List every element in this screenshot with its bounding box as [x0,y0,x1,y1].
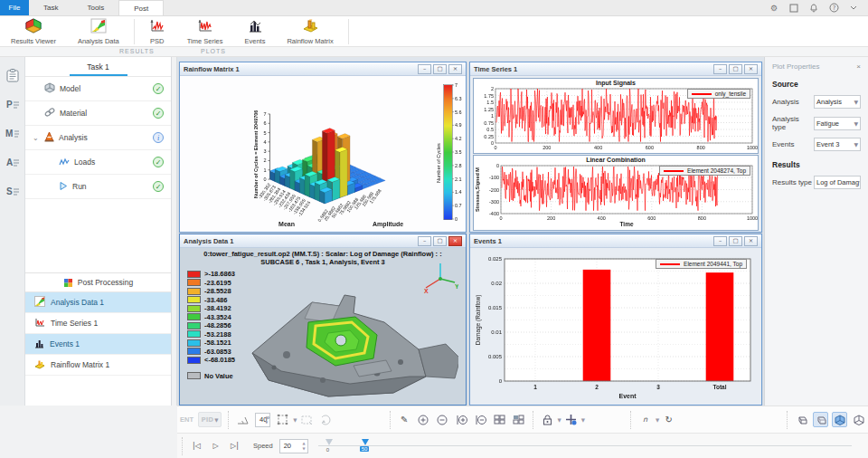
help-icon[interactable]: ? [828,3,839,14]
minimize-icon[interactable]: – [418,236,431,246]
entity-mode-button[interactable]: ENT [180,415,193,424]
pp-item-rainflow-matrix[interactable]: Rainflow Matrix 1 [25,355,171,376]
note-count-button[interactable]: n [637,412,653,427]
play-icon[interactable]: ▷ [208,438,223,453]
sidebar-item-loads[interactable]: Loads✓ [25,150,171,175]
close-icon[interactable]: × [744,236,758,246]
dropdown-arrow-icon[interactable]: ▼ [293,417,297,423]
model-viewport[interactable]: 0:tower_fatigue_result.op2 (MM.T.S) : Sc… [180,248,466,405]
ribbon-rainflow-matrix-button[interactable]: Rainflow Matrix [276,16,344,46]
strip-a-list-button[interactable]: A [0,151,25,173]
settings-gear-icon[interactable]: ⚙ [769,3,779,14]
results-viewer-icon [24,18,42,35]
refresh-rotate-icon[interactable]: ↻ [661,412,676,427]
chevron-down-icon[interactable] [848,3,859,14]
sidebar-item-run[interactable]: Run✓ [25,175,171,199]
zoom-out-icon[interactable] [435,412,450,427]
restore-icon[interactable]: ▢ [433,236,447,246]
post-processing-icon [63,278,73,288]
zoom-in-icon[interactable] [416,412,431,427]
restore-icon[interactable]: ▢ [433,64,447,74]
plain-cube-icon[interactable] [851,412,866,427]
minimize-icon[interactable]: – [713,236,727,246]
ribbon-time-series-button[interactable]: Time Series [176,16,234,46]
time-series-titlebar[interactable]: Time Series 1 – ▢ × [470,62,761,76]
analysis-type-dropdown[interactable]: Fatigue▼ [814,117,861,130]
dropdown-arrow-icon[interactable]: ▼ [656,417,659,423]
lasso-select-icon[interactable] [299,412,315,427]
timeline-current-marker[interactable] [362,439,369,445]
menu-tab-tools[interactable]: Tools [72,0,118,15]
wireframe-cube-icon[interactable] [794,412,809,427]
close-icon[interactable]: × [448,64,462,74]
contour-value: >-18.6863 [204,270,235,278]
pp-item-time-series[interactable]: Time Series 1 [25,313,171,334]
no-value-row: No Value [187,372,235,380]
tab-task-1[interactable]: Task 1 [25,57,171,77]
menu-tab-post[interactable]: Post [118,0,164,15]
pp-item-analysis-data[interactable]: Analysis Data 1 [25,292,171,313]
strip-p-list-button[interactable]: P [0,93,25,115]
skip-end-icon[interactable]: ▷| [227,438,242,453]
minimize-icon[interactable]: – [713,64,727,74]
ribbon-results-viewer-button[interactable]: Results Viewer [0,16,67,46]
close-icon[interactable]: × [448,236,462,246]
add-plot-icon[interactable] [454,412,469,427]
contour-legend-row: >-18.6863 [187,270,235,279]
dropdown-value: Fatigue [816,119,839,128]
fit-selection-icon[interactable] [275,412,290,427]
post-processing-header[interactable]: Post Processing [25,272,171,292]
layout-grid-icon[interactable] [492,412,507,427]
task-tree: Model✓Material✓⌄AnalysisiLoads✓Run✓ [25,77,171,199]
events-bar-chart[interactable] [472,250,760,403]
ribbon-events-button[interactable]: Events [233,16,276,46]
events-dropdown[interactable]: Event 3▼ [814,138,861,151]
contour-legend-row: -63.0853 [187,348,235,357]
rainflow-3d-chart[interactable] [180,76,466,232]
ribbon-psd-button[interactable]: PSD [138,16,176,46]
ribbon-group-labels: RESULTS PLOTS [0,47,868,57]
analysis-data-titlebar[interactable]: Analysis Data 1 – ▢ × [180,234,466,248]
strip-tasks-clipboard-button[interactable] [0,64,25,86]
speed-input[interactable]: 20▲▼ [279,439,308,453]
skip-start-icon[interactable]: |◁ [189,438,204,453]
hidden-line-cube-icon[interactable] [813,412,828,427]
menu-tab-task[interactable]: Task [29,0,72,15]
timeline-track[interactable] [318,445,852,446]
sidebar-item-model[interactable]: Model✓ [25,77,171,101]
dropdown-arrow-icon[interactable]: ▼ [558,417,561,423]
restore-icon[interactable]: ▢ [729,64,742,74]
close-icon[interactable]: × [744,64,758,74]
events-titlebar[interactable]: Events 1 – ▢ × [470,234,761,248]
shaded-cube-icon[interactable] [832,412,847,427]
sidebar-item-material[interactable]: Material✓ [25,101,171,126]
strip-s-list-button[interactable]: S [0,180,25,202]
file-menu-button[interactable]: File [0,0,29,15]
notifications-bell-icon[interactable] [808,3,819,14]
remove-plot-icon[interactable] [473,412,488,427]
lock-icon[interactable] [540,412,555,427]
close-icon[interactable]: × [856,62,861,71]
angle-input[interactable]: 40°▲▼ [255,413,270,427]
ribbon-analysis-data-button[interactable]: Analysis Data [67,16,130,46]
layout-swap-icon[interactable] [511,412,526,427]
restore-icon[interactable]: ▢ [729,236,742,246]
chevron-down-icon[interactable]: ⌄ [33,134,40,142]
ribbon-item-label: Analysis Data [78,37,119,45]
analysis-dropdown[interactable]: Analysis▼ [814,95,861,109]
timeline-start-marker[interactable] [326,439,333,445]
strip-m-list-button[interactable]: M [0,122,25,144]
task-panel: Task 1 Model✓Material✓⌄AnalysisiLoads✓Ru… [25,57,172,406]
minimize-icon[interactable]: – [418,64,431,74]
sidebar-item-analysis[interactable]: ⌄Analysisi [25,126,171,150]
pp-item-events[interactable]: Events 1 [25,334,171,355]
dropdown-arrow-icon[interactable]: ▼ [581,417,585,423]
pid-selector-button[interactable]: PID▼ [198,412,222,427]
rainflow-titlebar[interactable]: Rainflow Matrix 1 – ▢ × [180,62,466,76]
edit-pencil-icon[interactable]: ✎ [397,412,412,427]
layout-icon[interactable] [788,3,799,14]
reverse-select-icon[interactable] [318,412,334,427]
results-type-dropdown[interactable]: Log of Damag▼ [814,176,861,189]
probe-move-icon[interactable] [563,412,579,427]
animation-timeline[interactable]: 0 50 [318,434,868,458]
